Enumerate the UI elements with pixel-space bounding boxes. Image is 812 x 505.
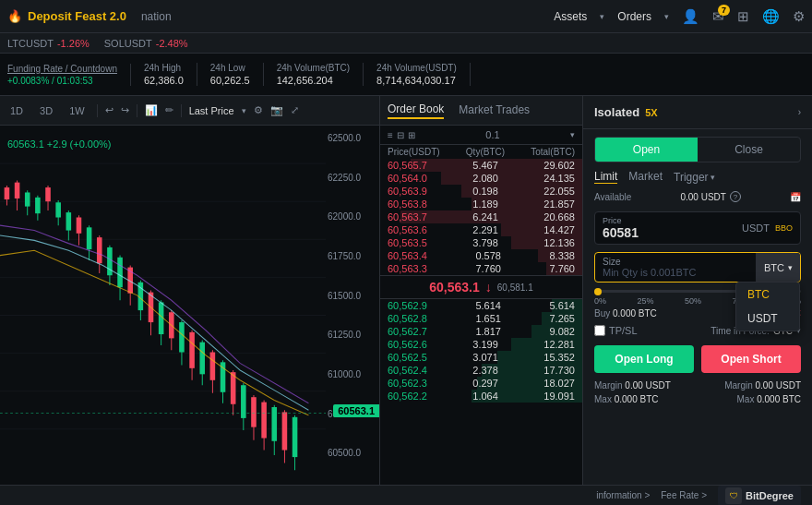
slider-25: 25%: [637, 296, 653, 306]
layout-icon[interactable]: ⊞: [737, 8, 749, 25]
order-type-trigger[interactable]: Trigger ▾: [674, 170, 715, 184]
last-price-chevron: ▾: [242, 106, 246, 115]
fire-icon: 🔥: [7, 9, 22, 23]
nav-right: Assets ▾ Orders ▾ 👤 ✉ 7 ⊞ 🌐 ⚙: [554, 8, 805, 25]
dd-item-btc[interactable]: BTC: [736, 283, 799, 307]
svg-rect-21: [66, 212, 72, 230]
tp-slider-dot: [594, 288, 602, 295]
price-input[interactable]: [603, 225, 738, 240]
table-row: 60,563.3 7.760 7.760: [380, 262, 582, 275]
ob-decimal[interactable]: 0.1: [485, 129, 499, 140]
svg-rect-31: [117, 258, 123, 287]
chart-camera-icon[interactable]: 📷: [270, 104, 283, 116]
bottom-bar: information > Fee Rate > 🛡 BitDegree: [0, 485, 812, 505]
ticker-label-1: SOLUSDT: [104, 38, 152, 49]
price-input-label: Price: [603, 216, 738, 225]
chart-settings-icon[interactable]: ⚙: [254, 104, 263, 116]
col-price: Price(USDT): [388, 147, 440, 157]
table-row: 60,565.7 5.467 29.602: [380, 159, 582, 172]
top-nav: 🔥 Deposit Feast 2.0 nation Assets ▾ Orde…: [0, 0, 812, 33]
open-short-button[interactable]: Open Short: [701, 345, 801, 373]
svg-rect-23: [77, 218, 82, 234]
close-button[interactable]: Close: [698, 138, 800, 162]
nav-links: nation: [141, 10, 554, 23]
time-1d[interactable]: 1D: [6, 103, 28, 118]
table-row: 60,563.6 2.291 14.427: [380, 223, 582, 236]
table-row: 60,563.8 1.189 21.857: [380, 198, 582, 210]
ob-bids: 60,562.9 5.614 5.614 60,562.8 1.651 7.26…: [380, 299, 582, 487]
globe-icon[interactable]: 🌐: [762, 8, 780, 25]
trigger-chevron-icon: ▾: [710, 173, 715, 182]
chart-current-price: 60563.1: [333, 404, 379, 417]
ticker-item-0: LTCUSDT -1.26%: [7, 38, 90, 49]
bitdegree-badge: 🛡 BitDegree: [718, 486, 801, 506]
settings-icon[interactable]: ⚙: [793, 8, 805, 25]
isolated-label: Isolated: [594, 105, 639, 119]
svg-rect-11: [15, 183, 20, 198]
undo-icon[interactable]: ↩: [105, 104, 113, 116]
table-row: 60,563.5 3.798 12.136: [380, 236, 582, 249]
table-row: 60,562.3 0.297 18.027: [380, 377, 582, 390]
message-icon-wrap: ✉ 7: [712, 8, 724, 25]
stats-vol-usdt-value: 8,714,634,030.17: [376, 75, 457, 86]
trigger-label: Trigger: [674, 171, 709, 184]
available-info-icon[interactable]: ?: [730, 191, 741, 202]
nav-logo[interactable]: 🔥 Deposit Feast 2.0: [7, 9, 126, 23]
chart-expand-icon[interactable]: ⤢: [291, 104, 299, 116]
available-label: Available: [594, 192, 631, 202]
ob-mid-price-value: 60,563.1: [429, 280, 480, 295]
logo-text: Deposit Feast 2.0: [28, 9, 126, 23]
table-row: 60,562.2 1.064 19.091: [380, 390, 582, 403]
dd-item-usdt[interactable]: USDT: [736, 307, 799, 331]
tab-order-book[interactable]: Order Book: [388, 102, 444, 119]
price-level-5: 61250.0: [328, 330, 377, 340]
time-1w[interactable]: 1W: [65, 103, 90, 118]
svg-rect-63: [282, 412, 288, 450]
user-icon[interactable]: 👤: [682, 8, 699, 25]
ob-mid-arrow: ↓: [485, 280, 492, 295]
last-price-button[interactable]: Last Price: [189, 105, 234, 116]
open-button[interactable]: Open: [595, 138, 698, 162]
calendar-icon[interactable]: 📅: [790, 192, 801, 202]
redo-icon[interactable]: ↪: [121, 104, 129, 116]
price-input-row: Price USDT BBO: [594, 211, 801, 245]
tpsl-checkbox[interactable]: [594, 325, 605, 336]
ob-icons: ≡ ⊟ ⊞: [388, 130, 415, 140]
price-axis: 62500.0 62250.0 62000.0 61750.0 61500.0 …: [326, 126, 379, 505]
tpsl-label: TP/SL: [594, 325, 638, 336]
tp-header-chevron[interactable]: ›: [798, 107, 801, 117]
tp-actions: Open Long Open Short: [583, 340, 812, 379]
chart-canvas: 60563.1 +2.9 (+0.00%): [0, 126, 379, 505]
main-content: 1D 3D 1W ↩ ↪ 📊 ✏ Last Price ▾ ⚙ 📷 ⤢ 6056…: [0, 96, 812, 505]
stats-vol-btc-label: 24h Volume(BTC): [277, 63, 350, 73]
message-badge: 7: [718, 5, 730, 16]
open-long-button[interactable]: Open Long: [594, 345, 694, 373]
tp-header: Isolated 5X ›: [583, 96, 812, 129]
ticker-label-0: LTCUSDT: [7, 38, 54, 49]
bar-chart-icon[interactable]: 📊: [145, 104, 158, 116]
leverage-label[interactable]: 5X: [645, 107, 657, 118]
svg-rect-29: [107, 247, 113, 275]
time-3d[interactable]: 3D: [35, 103, 57, 118]
info-link[interactable]: information >: [596, 490, 650, 500]
tp-available: Available 0.00 USDT ? 📅: [583, 187, 812, 206]
table-row: 60,562.4 2.378 17.730: [380, 364, 582, 377]
ob-icon-1[interactable]: ≡: [388, 130, 393, 140]
nav-link-nation[interactable]: nation: [141, 10, 172, 23]
bitdegree-text: BitDegree: [746, 490, 794, 501]
order-type-limit[interactable]: Limit: [594, 170, 617, 184]
pencil-icon[interactable]: ✏: [165, 104, 173, 116]
ob-icon-3[interactable]: ⊞: [408, 130, 415, 140]
tp-margin-row: Margin 0.00 USDT Margin 0.00 USDT: [583, 379, 812, 392]
bbo-label[interactable]: BBO: [775, 223, 793, 233]
tab-market-trades[interactable]: Market Trades: [459, 103, 530, 118]
ob-asks: 60,565.7 5.467 29.602 60,564.0 2.080 24.…: [380, 159, 582, 275]
size-unit-button[interactable]: BTC ▾: [756, 253, 800, 282]
assets-button[interactable]: Assets: [554, 10, 587, 23]
orders-button[interactable]: Orders: [617, 10, 651, 23]
svg-rect-45: [189, 332, 195, 368]
fee-link[interactable]: Fee Rate >: [661, 490, 707, 500]
order-type-market[interactable]: Market: [628, 170, 663, 184]
ob-icon-2[interactable]: ⊟: [397, 130, 404, 140]
stats-vol-btc: 24h Volume(BTC) 142,656.204: [264, 63, 364, 86]
